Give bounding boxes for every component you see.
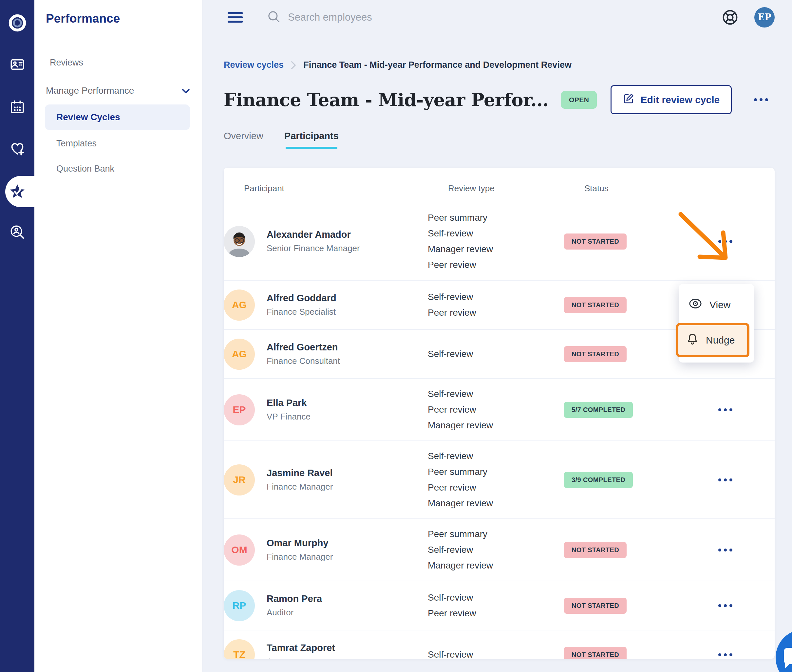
participant-name: Alfred Goertzen: [267, 342, 340, 353]
participant-initials-avatar: AG: [224, 290, 255, 321]
review-type: Manager review: [428, 558, 564, 573]
participant-role: Finance Consultant: [267, 356, 340, 366]
participant-name: Ramon Pera: [267, 594, 322, 604]
logo-icon[interactable]: [0, 13, 34, 34]
breadcrumb-chevron-icon: [291, 61, 296, 69]
table-row: OMOmar MurphyFinance ManagerPeer summary…: [224, 518, 774, 581]
row-actions-button[interactable]: [715, 475, 736, 485]
review-type: Self-review: [428, 226, 564, 242]
breadcrumb: Review cycles Finance Team - Mid-year Pe…: [224, 60, 774, 70]
hamburger-icon[interactable]: [228, 12, 243, 22]
status-badge: 3/9 COMPLETED: [564, 472, 633, 488]
page-title: Finance Team - Mid-year Perfor...: [224, 90, 549, 110]
bell-icon: [686, 333, 699, 348]
row-actions-button[interactable]: [715, 650, 736, 659]
people-search-icon[interactable]: [0, 222, 34, 243]
participant-role: Senior Finance Manager: [267, 243, 360, 253]
participant-role: Finance Manager: [267, 552, 333, 562]
app-root: Performance Reviews Manage Performance R…: [0, 0, 792, 672]
sidebar-item-question-bank[interactable]: Question Bank: [56, 157, 224, 181]
status-badge: NOT STARTED: [564, 598, 627, 614]
participant-initials-avatar: RP: [224, 590, 255, 621]
sidebar-item-templates[interactable]: Templates: [56, 132, 224, 155]
tabs: Overview Participants: [224, 131, 774, 147]
participant-initials-avatar: JR: [224, 464, 255, 496]
participant-initials-avatar: OM: [224, 534, 255, 566]
participant-role: Accountant: [267, 657, 335, 659]
status-badge: NOT STARTED: [564, 297, 627, 313]
sidebar-item-manage-performance[interactable]: Manage Performance: [46, 80, 190, 101]
breadcrumb-current: Finance Team - Mid-year Performance and …: [303, 60, 571, 70]
sidebar: Performance Reviews Manage Performance R…: [34, 0, 202, 672]
tab-overview[interactable]: Overview: [224, 131, 263, 147]
table-row: Alexander AmadorSenior Finance ManagerPe…: [224, 203, 774, 280]
row-actions-button[interactable]: [715, 237, 736, 246]
review-type: Self-review: [428, 386, 564, 402]
sidebar-title: Performance: [46, 12, 202, 26]
sidebar-item-review-cycles[interactable]: Review Cycles: [45, 104, 190, 130]
review-types: Peer summarySelf-reviewManager reviewPee…: [428, 210, 564, 273]
status-badge: NOT STARTED: [564, 647, 627, 659]
participant-initials-avatar: AG: [224, 339, 255, 370]
participant-initials-avatar: TZ: [224, 639, 255, 659]
participant-role: VP Finance: [267, 412, 310, 422]
breadcrumb-parent-link[interactable]: Review cycles: [224, 60, 284, 70]
topbar: EP: [202, 0, 792, 34]
chevron-down-icon: [181, 85, 190, 96]
user-avatar[interactable]: EP: [754, 7, 774, 27]
participant-name: Tamrat Zaporet: [267, 643, 335, 653]
participant-photo-avatar: [224, 226, 255, 257]
context-menu: View Nudge: [679, 284, 754, 363]
status-badge: 5/7 COMPLETED: [564, 402, 633, 418]
column-status: Status: [584, 183, 735, 194]
review-type: Self-review: [428, 448, 564, 464]
review-type: Self-review: [428, 590, 564, 605]
heart-plus-icon[interactable]: [0, 139, 34, 160]
status-badge-open: OPEN: [561, 91, 597, 109]
search-input[interactable]: [288, 11, 485, 23]
performance-star-icon[interactable]: [0, 181, 34, 202]
status-badge: NOT STARTED: [564, 234, 627, 250]
people-directory-icon[interactable]: [0, 54, 34, 75]
participant-role: Finance Specialist: [267, 307, 336, 317]
search-icon: [267, 10, 281, 25]
more-options-icon[interactable]: [751, 95, 771, 104]
review-types: Self-reviewPeer review: [428, 590, 564, 621]
review-types: Peer summarySelf-reviewManager review: [428, 526, 564, 573]
review-type: Peer summary: [428, 210, 564, 226]
row-actions-button[interactable]: [715, 601, 736, 610]
participant-role: Auditor: [267, 608, 322, 618]
row-actions-button[interactable]: [715, 405, 736, 414]
table-header: Participant Review type Status: [224, 168, 774, 203]
review-type: Manager review: [428, 418, 564, 433]
participant-initials-avatar: EP: [224, 394, 255, 426]
review-types: Self-reviewPeer review: [428, 289, 564, 321]
review-types: Self-reviewPeer reviewManager review: [428, 386, 564, 433]
tab-participants[interactable]: Participants: [284, 131, 339, 147]
calendar-icon[interactable]: [0, 97, 34, 118]
review-type: Peer review: [428, 480, 564, 496]
review-type: Self-review: [428, 542, 564, 558]
sidebar-item-reviews[interactable]: Reviews: [50, 52, 218, 74]
menu-item-nudge[interactable]: Nudge: [676, 323, 749, 357]
table-body: Alexander AmadorSenior Finance ManagerPe…: [224, 203, 774, 659]
status-badge: NOT STARTED: [564, 346, 627, 362]
participant-name: Alexander Amador: [267, 229, 360, 240]
table-row: TZTamrat ZaporetAccountantSelf-reviewNOT…: [224, 630, 774, 659]
review-type: Self-review: [428, 289, 564, 305]
row-actions-button[interactable]: [715, 545, 736, 555]
edit-review-cycle-button[interactable]: Edit review cycle: [611, 85, 732, 114]
review-type: Peer review: [428, 305, 564, 321]
chat-icon: [784, 648, 792, 664]
table-row: EPElla ParkVP FinanceSelf-reviewPeer rev…: [224, 378, 774, 440]
review-type: Self-review: [428, 647, 564, 659]
review-type: Peer review: [428, 402, 564, 418]
review-type: Peer summary: [428, 464, 564, 480]
review-type: Self-review: [428, 346, 564, 362]
column-review-type: Review type: [448, 183, 584, 194]
review-types: Self-review: [428, 346, 564, 362]
help-icon[interactable]: [722, 9, 739, 26]
participants-card: Participant Review type Status Alexander…: [224, 168, 774, 659]
menu-item-view[interactable]: View: [679, 288, 754, 321]
review-type: Manager review: [428, 496, 564, 511]
